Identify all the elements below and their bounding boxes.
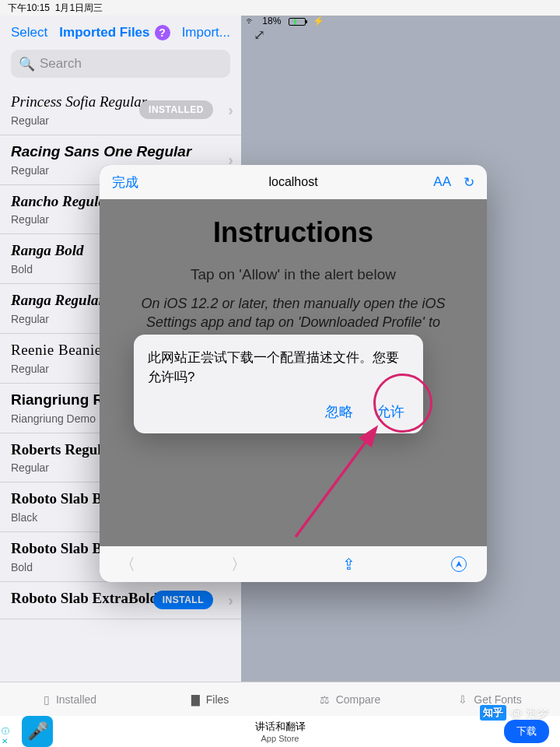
charging-icon: ⚡	[313, 16, 324, 26]
zhihu-logo: 知乎	[480, 705, 506, 721]
sheet-body: Instructions Tap on 'Allow' in the alert…	[100, 199, 487, 345]
instructions-line1: Tap on 'Allow' in the alert below	[114, 266, 473, 283]
tab-installed[interactable]: ▯Installed	[0, 682, 140, 716]
battery-icon	[289, 18, 306, 26]
tab-bar: ▯Installed ▇Files ⚖Compare ⇩Get Fonts	[0, 682, 560, 716]
watermark-user: @ 泡梦	[511, 706, 549, 721]
font-row[interactable]: Roboto Slab ExtraBoldINSTALL›	[0, 582, 241, 619]
ad-download-button[interactable]: 下载	[504, 720, 549, 743]
help-icon[interactable]: ?	[155, 25, 170, 40]
ignore-button[interactable]: 忽略	[325, 402, 353, 421]
allow-button[interactable]: 允许	[376, 402, 404, 421]
toolbar-title: Imported Files	[59, 25, 149, 40]
status-date: 1月1日周三	[55, 2, 103, 13]
done-button[interactable]: 完成	[112, 174, 138, 191]
ad-banner[interactable]: ⓘ✕ 🎤 讲话和翻译 App Store 下载	[0, 716, 560, 747]
ad-badge: ⓘ✕	[2, 726, 9, 745]
sheet-host: localhost	[100, 175, 487, 189]
expand-icon[interactable]: ⤢	[254, 26, 265, 44]
folder-icon: ▇	[191, 693, 200, 706]
installed-badge: INSTALLED	[139, 100, 213, 119]
status-time: 下午10:15	[8, 2, 50, 13]
wifi-icon: ᯤ	[246, 16, 255, 26]
scale-icon: ⚖	[320, 693, 330, 706]
tab-files[interactable]: ▇Files	[140, 682, 280, 716]
font-name: Racing Sans One Regular	[11, 143, 230, 161]
ad-title: 讲话和翻译	[56, 720, 504, 734]
forward-button[interactable]: 〉	[231, 554, 247, 575]
toolbar: Select Imported Files ? Import...	[0, 16, 241, 47]
chevron-right-icon: ›	[228, 101, 233, 119]
ad-subtitle: App Store	[56, 734, 504, 743]
battery-percent: 18%	[262, 16, 281, 26]
ad-app-icon: 🎤	[22, 716, 53, 747]
reload-button[interactable]: ↻	[464, 174, 474, 191]
select-button[interactable]: Select	[11, 25, 47, 40]
back-button[interactable]: 〈	[120, 554, 135, 575]
search-input[interactable]: 🔍 Search	[11, 50, 230, 78]
instructions-title: Instructions	[114, 216, 473, 249]
sheet-header: 完成 localhost AA ↻	[100, 165, 487, 199]
download-profile-alert: 此网站正尝试下载一个配置描述文件。您要允许吗? 忽略 允许	[134, 335, 423, 433]
instructions-line2: On iOS 12.2 or later, then manually open…	[114, 294, 473, 332]
tab-compare[interactable]: ⚖Compare	[280, 682, 420, 716]
alert-message: 此网站正尝试下载一个配置描述文件。您要允许吗?	[134, 335, 423, 398]
install-button[interactable]: INSTALL	[153, 591, 213, 609]
font-row[interactable]: Princess Sofia RegularRegularINSTALLED›	[0, 86, 241, 135]
status-bar: 下午10:15 1月1日周三 ᯤ 18% ⚡	[0, 0, 560, 16]
chevron-right-icon: ›	[228, 591, 233, 609]
search-placeholder: Search	[40, 56, 82, 72]
text-size-button[interactable]: AA	[433, 174, 451, 190]
sheet-footer: 〈 〉 ⇪	[100, 546, 487, 582]
safari-tabs-button[interactable]	[451, 556, 467, 572]
share-button[interactable]: ⇪	[342, 555, 355, 573]
search-icon: 🔍	[19, 56, 35, 72]
phone-icon: ▯	[44, 693, 50, 706]
download-icon: ⇩	[458, 693, 467, 706]
import-button[interactable]: Import...	[182, 25, 230, 40]
watermark: 知乎 @ 泡梦	[480, 705, 549, 721]
